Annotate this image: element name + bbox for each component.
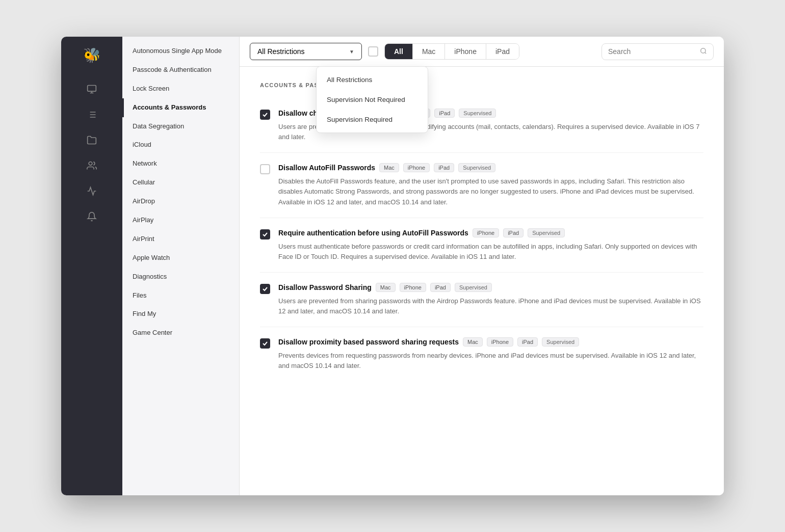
restriction-title: Require authentication before using Auto… [278,229,468,237]
chart-icon[interactable] [82,181,102,201]
nav-item-data-segregation[interactable]: Data Segregation [122,117,239,136]
app-window: 🐝 Autonomous Single App Mode Passcode & … [61,37,724,495]
monitor-icon[interactable] [82,79,102,99]
tag-iphone: iPhone [400,283,426,292]
restriction-body: Require authentication before using Auto… [278,228,703,262]
checkbox-disallow-account[interactable] [260,110,270,120]
restriction-title: Disallow proximity based password sharin… [278,338,459,346]
dropdown-item-required[interactable]: Supervision Required [317,110,428,129]
tag-mac: Mac [376,283,396,292]
tab-iphone[interactable]: iPhone [445,44,486,59]
restriction-title: Disallow Password Sharing [278,283,372,291]
tab-all[interactable]: All [385,44,413,59]
search-box [601,43,714,60]
restriction-desc: Users are prevented from sharing passwor… [278,296,703,316]
tag-supervised: Supervised [528,228,565,237]
tag-ipad: iPad [517,337,538,347]
restrictions-dropdown[interactable]: All Restrictions ▼ [250,43,362,60]
nav-item-lock-screen[interactable]: Lock Screen [122,79,239,98]
svg-point-9 [89,162,92,166]
restriction-body: Disallow proximity based password sharin… [278,337,703,371]
users-icon[interactable] [82,155,102,176]
tab-ipad[interactable]: iPad [486,44,519,59]
tag-ipad: iPad [434,163,454,172]
tag-mac: Mac [379,163,399,172]
restriction-item: Disallow Password Sharing Mac iPhone iPa… [260,273,703,327]
tag-supervised: Supervised [542,337,579,347]
nav-item-network[interactable]: Network [122,154,239,173]
left-nav: Autonomous Single App Mode Passcode & Au… [122,37,240,495]
dropdown-item-all[interactable]: All Restrictions [317,70,428,90]
tag-ipad: iPad [430,283,451,292]
list-icon[interactable] [82,104,102,125]
restriction-body: Disallow Password Sharing Mac iPhone iPa… [278,283,703,316]
restriction-body: Disallow AutoFill Passwords Mac iPhone i… [278,163,703,207]
nav-item-icloud[interactable]: iCloud [122,136,239,154]
nav-item-airprint[interactable]: AirPrint [122,230,239,249]
tag-supervised: Supervised [459,109,496,118]
restriction-desc: Prevents devices from requesting passwor… [278,351,703,371]
main-panel: All Restrictions ▼ All Mac iPhone iPad A… [240,37,724,495]
content-area: Accounts & Passwords Disallow changing a… [240,67,724,495]
tag-mac: Mac [463,337,483,347]
checkbox-proximity-password[interactable] [260,338,270,349]
nav-item-apple-watch[interactable]: Apple Watch [122,249,239,268]
tag-ipad: iPad [434,109,455,118]
nav-item-files[interactable]: Files [122,286,239,305]
svg-rect-0 [88,86,96,92]
filter-checkbox[interactable] [368,46,378,57]
filter-tabs: All Mac iPhone iPad [384,43,519,60]
tag-iphone: iPhone [403,163,430,172]
folder-icon[interactable] [82,130,102,150]
checkbox-disallow-sharing[interactable] [260,284,270,294]
restriction-desc: Disables the AutoFill Passwords feature,… [278,176,703,207]
restriction-title-row: Disallow AutoFill Passwords Mac iPhone i… [278,163,703,172]
dropdown-arrow-icon: ▼ [349,49,354,55]
logo: 🐝 [83,47,101,64]
tag-iphone: iPhone [487,337,513,347]
nav-item-diagnostics[interactable]: Diagnostics [122,268,239,286]
bell-icon[interactable] [82,206,102,227]
nav-item-airdrop[interactable]: AirDrop [122,192,239,211]
restriction-item: Require authentication before using Auto… [260,218,703,273]
nav-item-autonomous[interactable]: Autonomous Single App Mode [122,42,239,61]
restriction-title: Disallow AutoFill Passwords [278,164,375,172]
tag-ipad: iPad [503,228,524,237]
restriction-title-row: Disallow Password Sharing Mac iPhone iPa… [278,283,703,292]
nav-item-airplay[interactable]: AirPlay [122,211,239,230]
header-bar: All Restrictions ▼ All Mac iPhone iPad A… [240,37,724,67]
dropdown-menu: All Restrictions Supervision Not Require… [316,66,428,133]
restriction-item: Disallow proximity based password sharin… [260,327,703,381]
nav-item-cellular[interactable]: Cellular [122,173,239,192]
checkbox-disallow-autofill[interactable] [260,164,270,174]
nav-item-accounts[interactable]: Accounts & Passwords [122,98,239,117]
svg-line-11 [705,52,706,54]
search-icon [700,47,707,56]
nav-item-game-center[interactable]: Game Center [122,324,239,342]
checkbox-require-auth[interactable] [260,229,270,240]
search-input[interactable] [608,47,696,56]
nav-item-passcode[interactable]: Passcode & Authentication [122,61,239,79]
restriction-desc: Users must authenticate before passwords… [278,242,703,262]
nav-item-find-my[interactable]: Find My [122,305,239,324]
restriction-item: Disallow AutoFill Passwords Mac iPhone i… [260,153,703,218]
tab-mac[interactable]: Mac [413,44,445,59]
tag-iphone: iPhone [473,228,499,237]
tag-supervised: Supervised [455,283,492,292]
restriction-title-row: Require authentication before using Auto… [278,228,703,237]
dropdown-item-not-required[interactable]: Supervision Not Required [317,90,428,110]
sidebar: 🐝 [61,37,122,495]
restriction-title-row: Disallow proximity based password sharin… [278,337,703,347]
svg-point-10 [701,48,705,52]
tag-supervised: Supervised [458,163,495,172]
